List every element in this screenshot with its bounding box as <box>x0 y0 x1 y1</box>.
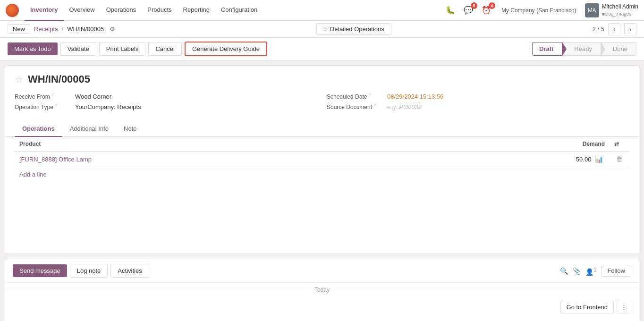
tab-note[interactable]: Note <box>116 121 144 137</box>
source-document-label: Source Document ? <box>327 103 383 110</box>
mark-as-todo-button[interactable]: Mark as Todo <box>8 42 58 55</box>
scheduled-date-value[interactable]: 08/29/2024 15:13:56 <box>387 93 443 100</box>
scheduled-date-label: Scheduled Date ? <box>327 93 383 100</box>
activities-button[interactable]: Activities <box>110 264 149 278</box>
generate-delivery-guide-button[interactable]: Generate Delivery Guide <box>185 42 267 56</box>
search-chatter-icon[interactable]: 🔍 <box>560 267 568 275</box>
action-bar: Mark as Todo Validate Print Labels Cance… <box>0 38 644 60</box>
send-message-button[interactable]: Send message <box>13 264 67 277</box>
nav-products[interactable]: Products <box>142 0 177 21</box>
pagination: 2 / 5 ‹ › <box>593 23 636 35</box>
go-to-frontend-button[interactable]: Go to Frontend <box>560 301 614 313</box>
delete-cell: 🗑 <box>610 152 629 167</box>
top-navigation: Inventory Overview Operations Products R… <box>0 0 644 21</box>
nav-reporting[interactable]: Reporting <box>178 0 215 21</box>
breadcrumb-separator: / <box>62 25 64 33</box>
chatter: Send message Log note Activities 🔍 📎 👤1 … <box>5 259 639 321</box>
tabs: Operations Additional Info Note <box>5 121 639 137</box>
status-ready[interactable]: Ready <box>562 42 601 56</box>
prev-record-button[interactable]: ‹ <box>608 23 620 35</box>
menu-icon: ≡ <box>323 25 327 33</box>
breadcrumb-center: ≡ Detailed Operations <box>119 23 588 35</box>
next-record-button[interactable]: › <box>624 23 636 35</box>
chatter-actions: Send message Log note Activities 🔍 📎 👤1 … <box>5 259 639 283</box>
more-options-button[interactable]: ⋮ <box>617 301 631 313</box>
status-steps: Draft Ready Done <box>532 42 636 56</box>
adjust-icon[interactable]: ⇄ <box>614 141 619 147</box>
current-breadcrumb: WH/IN/00005 <box>67 25 104 33</box>
chatter-icons: 🔍 📎 👤1 Follow <box>560 265 631 277</box>
company-name: My Company (San Francisco) <box>498 7 580 14</box>
clock-badge: 4 <box>489 2 495 9</box>
col-demand-header: Demand <box>420 137 610 152</box>
record-title: WH/IN/00005 <box>28 73 90 85</box>
user-avatar: MA <box>585 3 599 17</box>
operation-type-value[interactable]: YourCompany: Receipts <box>75 103 141 110</box>
new-button[interactable]: New <box>8 24 30 34</box>
product-cell: [FURN_8888] Office Lamp <box>15 152 420 167</box>
form-card: ☆ WH/IN/00005 Receive From ? Wood Corner… <box>5 65 639 254</box>
user-info: Mitchell Admin ■blog_images <box>602 3 638 17</box>
receive-from-value[interactable]: Wood Corner <box>75 93 111 100</box>
more-vert-icon: ⋮ <box>621 304 627 311</box>
receive-from-field: Receive From ? Wood Corner <box>15 91 317 101</box>
chatter-message: OB OdooBot 1 minute ago Transfer created <box>5 317 639 321</box>
favorite-star[interactable]: ☆ <box>15 74 23 85</box>
demand-cell: 50.00 📊 <box>420 152 610 167</box>
operations-table: Product Demand ⇄ [FURN_8888] Office Lamp <box>15 137 629 167</box>
form-fields: Receive From ? Wood Corner Operation Typ… <box>5 89 639 118</box>
detailed-operations-button[interactable]: ≡ Detailed Operations <box>316 23 391 35</box>
settings-icon[interactable]: ⚙ <box>110 25 115 33</box>
operation-type-label: Operation Type ? <box>15 103 71 110</box>
user-menu[interactable]: MA Mitchell Admin ■blog_images <box>585 3 638 17</box>
nav-inventory[interactable]: Inventory <box>25 0 64 21</box>
nav-right-section: 🐛 💬 5 ⏰ 4 My Company (San Francisco) MA … <box>444 3 638 17</box>
tab-content: Product Demand ⇄ [FURN_8888] Office Lamp <box>5 137 639 182</box>
col-product-header: Product <box>15 137 420 152</box>
right-fields: Scheduled Date ? 08/29/2024 15:13:56 Sou… <box>327 91 629 112</box>
source-document-field: Source Document ? e.g. PO0032 <box>327 101 629 112</box>
col-adjust-header: ⇄ <box>610 137 629 152</box>
main-content: ☆ WH/IN/00005 Receive From ? Wood Corner… <box>0 65 644 321</box>
validate-button[interactable]: Validate <box>60 42 96 56</box>
followers-icon[interactable]: 👤1 <box>585 266 596 276</box>
parent-breadcrumb[interactable]: Receipts <box>34 25 58 33</box>
nav-overview[interactable]: Overview <box>64 0 101 21</box>
receive-from-label: Receive From ? <box>15 93 71 100</box>
left-fields: Receive From ? Wood Corner Operation Typ… <box>15 91 317 112</box>
messages-badge: 5 <box>471 2 477 9</box>
page-indicator: 2 / 5 <box>593 25 604 33</box>
source-document-value[interactable]: e.g. PO0032 <box>387 103 422 110</box>
frontend-bar: Go to Frontend ⋮ <box>5 297 639 317</box>
app-logo <box>6 4 19 17</box>
delete-row-button[interactable]: 🗑 <box>614 155 625 163</box>
paperclip-icon[interactable]: 📎 <box>573 267 581 275</box>
log-note-button[interactable]: Log note <box>70 264 108 278</box>
product-link[interactable]: [FURN_8888] Office Lamp <box>19 156 92 163</box>
clock-icon[interactable]: ⏰ 4 <box>480 4 493 17</box>
follow-button[interactable]: Follow <box>601 265 631 277</box>
operation-type-field: Operation Type ? YourCompany: Receipts <box>15 101 317 112</box>
table-row: [FURN_8888] Office Lamp 50.00 📊 🗑 <box>15 152 629 167</box>
status-bar: Draft Ready Done <box>532 42 636 56</box>
add-line-button[interactable]: Add a line <box>15 167 51 182</box>
activity-icon[interactable]: 🐛 <box>444 4 457 17</box>
status-done[interactable]: Done <box>601 42 636 56</box>
nav-operations[interactable]: Operations <box>101 0 142 21</box>
status-draft[interactable]: Draft <box>532 42 562 56</box>
cancel-button[interactable]: Cancel <box>148 42 181 56</box>
messages-icon[interactable]: 💬 5 <box>462 4 475 17</box>
forecast-chart-button[interactable]: 📊 <box>593 155 605 163</box>
scheduled-date-field: Scheduled Date ? 08/29/2024 15:13:56 <box>327 91 629 101</box>
tab-additional-info[interactable]: Additional Info <box>62 121 116 137</box>
form-header: ☆ WH/IN/00005 <box>5 66 639 89</box>
breadcrumb-bar: New Receipts / WH/IN/00005 ⚙ ≡ Detailed … <box>0 21 644 38</box>
today-divider: Today <box>5 283 639 297</box>
nav-configuration[interactable]: Configuration <box>215 0 263 21</box>
print-labels-button[interactable]: Print Labels <box>99 42 146 56</box>
tab-operations[interactable]: Operations <box>15 121 62 137</box>
